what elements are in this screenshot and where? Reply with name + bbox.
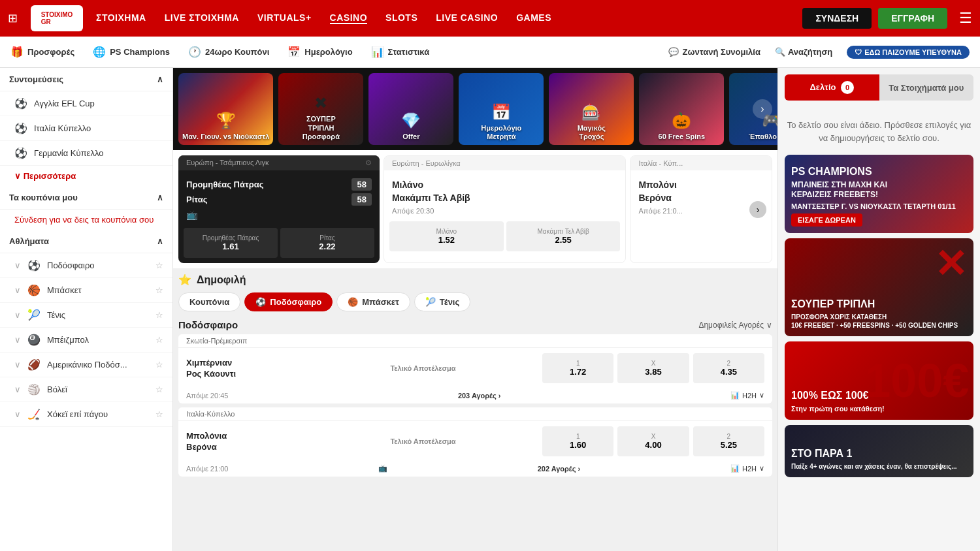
match-row-2-odd-1[interactable]: 1 1.60 [542,426,613,456]
right-banner-ps[interactable]: PS CHAMPIONS ΜΠΑΙΝΕΙΣ ΣΤΗ ΜΑΧΗ ΚΑΙΚΕΡΔΙΖ… [785,155,973,233]
match2-competition: Ευρώπη - Ευρωλίγκα [392,159,461,167]
match-row-1-h2h[interactable]: 📊 H2H ∨ [730,391,764,400]
nav-live-casino[interactable]: LIVE CASINO [436,12,498,24]
sidebar-shortcuts-header[interactable]: Συντομεύσεις ∧ [0,68,172,91]
sec-nav-stats[interactable]: 📊 Στατιστικά [371,46,430,58]
match3-body: Μπολόνι Βερόνα Απόψε 21:0... [630,170,772,223]
chevron-down-icon-volley: ∨ [14,385,21,394]
sidebar-sport-tennis[interactable]: ∨ 🎾 Τένις ☆ [0,303,172,328]
soccer-icon-2: ⚽ [14,122,27,134]
promo-card-calendar[interactable]: 📅 ΗμερολόγιοΜετρητά [459,73,544,145]
search-button[interactable]: 🔍 Αναζήτηση [775,47,832,57]
favorite-icon-5: ☆ [155,360,163,370]
hockey-sport-icon: 🏒 [27,408,41,420]
match1-competition: Ευρώπη - Τσάμπιονς Λιγκ [186,159,269,167]
sidebar-sport-american-football[interactable]: ∨ 🏈 Αμερικάνικο Ποδόσ... ☆ [0,353,172,377]
odd2-x-val: 4.00 [621,440,685,450]
main-layout: Συντομεύσεις ∧ ⚽ Αγγλία EFL Cup ⚽ Ιταλία… [0,68,980,551]
tennis-tab-icon: 🎾 [425,297,436,307]
tab-basketball[interactable]: 🏀 Μπάσκετ [336,292,410,311]
tab-tennis[interactable]: 🎾 Τένις [414,292,470,311]
secondary-navigation: 🎁 Προσφορές 🌐 PS Champions 🕐 24ωρο Κουπό… [0,37,980,68]
nav-games[interactable]: GAMES [516,12,551,24]
favorite-icon-6: ☆ [155,385,163,394]
match-row-2-odd-x[interactable]: Χ 4.00 [617,426,689,456]
nav-casino[interactable]: CASINO [330,12,367,24]
nav-slots[interactable]: SLOTS [385,12,417,24]
match-row-1-markets[interactable]: 203 Αγορές › [458,392,501,400]
search-icon: 🔍 [775,47,785,57]
promo-magikos-label: ΜαγικόςΤροχός [578,124,606,141]
match-row-2-team1: Μπολόνια [186,430,304,441]
responsible-gambling-badge[interactable]: 🛡 ΕΔΩ ΠΑΙΖΟΥΜΕ ΥΠΕΥΘΥΝΑ [847,46,970,59]
register-button[interactable]: ΕΓΓΡΑΦΗ [878,8,947,29]
odd2-2-label: 2 [697,433,760,440]
grid-icon[interactable]: ⊞ [8,11,18,25]
chevron-down-icon: ∨ [14,171,24,181]
chevron-down-icon-hockey: ∨ [14,409,21,419]
match-row-2-markets[interactable]: 202 Αγορές › [538,465,581,473]
match-row-1-odd-x[interactable]: Χ 3.85 [617,353,689,383]
sidebar-item-efl-cup[interactable]: ⚽ Αγγλία EFL Cup [0,91,172,116]
right-banner-tripli[interactable]: ✕ ΣΟΥΠΕΡ ΤΡΙΠΛΗ ΠΡΟΣΦΟΡΑ ΧΩΡΙΣ ΚΑΤΑΘΕΣΗ … [785,238,973,336]
sidebar-sport-volleyball[interactable]: ∨ 🏐 Βόλεϊ ☆ [0,377,172,402]
promo-card-tripli[interactable]: ✖ ΣΟΥΠΕΡΤΡΙΠΛΗΠροσφορά [278,73,363,145]
match2-odd2[interactable]: Μακάμπι Τελ Αβίβ 2.55 [506,221,621,251]
promo-card-wheel[interactable]: 🎰 ΜαγικόςΤροχός [549,73,634,145]
promo-card-freespins[interactable]: 🎃 60 Free Spins [639,73,724,145]
promo-card-offer[interactable]: 💎 Offer [368,73,453,145]
odd2-1-val: 1.60 [546,440,610,450]
nav-stoixima[interactable]: ΣΤΟΙΧΗΜΑ [96,12,146,24]
promo-next-button[interactable]: › [753,99,772,119]
sidebar-sport-baseball[interactable]: ∨ 🎱 Μπέιζμπολ ☆ [0,328,172,353]
sidebar-sport-soccer[interactable]: ∨ ⚽ Ποδόσφαιρο ☆ [0,253,172,278]
match-row-1-competition: Σκωτία-Πρέμιερσιπ [178,334,772,348]
right-banner-para1-text: ΣΤΟ ΠΑΡΑ 1 Παίξε 4+ αγώνες και αν χάσεις… [791,447,967,471]
sidebar-more-shortcuts[interactable]: ∨ Περισσότερα [0,166,172,186]
live-chat-button[interactable]: 💬 Ζωντανή Συνομιλία [668,47,760,57]
match1-odd1[interactable]: Προμηθέας Πάτρας 1.61 [184,228,278,258]
hamburger-icon[interactable]: ☰ [959,10,972,27]
sec-nav-24h-coupon[interactable]: 🕐 24ωρο Κουπόνι [188,46,269,58]
match1-odd2[interactable]: Ρίτας 2.22 [280,228,374,258]
popular-sport-label: Ποδόσφαιρο Δημοφιλείς Αγορές ∨ [178,319,772,330]
match-row-1-odd-1[interactable]: 1 1.72 [542,353,613,383]
match-row-2-h2h[interactable]: 📊 H2H ∨ [730,464,764,473]
sidebar-item-germany-cup[interactable]: ⚽ Γερμανία Κύπελλο [0,141,172,166]
amfoot-sport-icon: 🏈 [27,358,41,371]
baseball-sport-icon: 🎱 [27,334,41,346]
sidebar-sports-header[interactable]: Αθλήματα ∧ [0,230,172,253]
match1-team1-row: Προμηθέας Πάτρας 58 [186,178,372,191]
soccer-icon: ⚽ [14,97,27,110]
right-banner-100[interactable]: 100€ 100% ΕΩΣ 100€ Στην πρώτη σου κατάθε… [785,341,973,420]
sec-nav-offers[interactable]: 🎁 Προσφορές [10,46,74,58]
match1-body: Προμηθέας Πάτρας 58 Ρίτας 58 📺 [178,170,380,228]
sidebar-coupons-link[interactable]: Σύνδεση για να δεις τα κουπόνια σου [0,210,172,230]
betslip-tab-my-bets[interactable]: Τα Στοιχήματά μου [879,74,974,101]
sec-nav-ps-champions[interactable]: 🌐 PS Champions [93,46,170,58]
match-row-1-odd-2[interactable]: 2 4.35 [693,353,764,383]
chevron-down-icon-baseball: ∨ [14,335,21,345]
tab-soccer[interactable]: ⚽ Ποδόσφαιρο [244,292,333,311]
match-row-2-odd-2[interactable]: 2 5.25 [693,426,764,456]
promo-card-ps[interactable]: 🏆 Μαν. Γιουν. vs Νιούκαστλ [178,73,273,145]
betslip-tab-active[interactable]: Δελτίο 0 [785,74,879,101]
sec-nav-calendar[interactable]: 📅 Ημερολόγιο [287,46,352,58]
match-row-2-teams: Μπολόνια Βερόνα [186,430,304,452]
login-button[interactable]: ΣΥΝΔΕΣΗ [802,8,872,29]
sidebar-item-italy-cup[interactable]: ⚽ Ιταλία Κύπελλο [0,116,172,141]
match-row-2: Ιταλία-Κύπελλο Μπολόνια Βερόνα Τελικό Απ… [178,407,772,477]
sidebar-sport-hockey[interactable]: ∨ 🏒 Χόκεϊ επί πάγου ☆ [0,402,172,427]
nav-live-stoixima[interactable]: LIVE ΣΤΟΙΧΗΜΑ [165,12,239,24]
sidebar-sport-basketball[interactable]: ∨ 🏀 Μπάσκετ ☆ [0,278,172,303]
sidebar-coupons-header[interactable]: Τα κουπόνια μου ∧ [0,186,172,210]
logo[interactable]: STOIXIMOGR [31,5,83,31]
match3-next-button[interactable]: › [749,201,766,218]
live-matches-row: Ευρώπη - Τσάμπιονς Λιγκ ⚙ Προμηθέας Πάτρ… [173,150,777,268]
match2-odd1[interactable]: Μιλάνο 1.52 [389,221,504,251]
right-banner-ps-btn[interactable]: ΕΙΣΑΓΕ ΔΩΡΕΑΝ [791,213,862,227]
nav-virtuals[interactable]: VIRTUALS+ [257,12,312,24]
right-banner-para1[interactable]: ΣΤΟ ΠΑΡΑ 1 Παίξε 4+ αγώνες και αν χάσεις… [785,425,973,477]
tab-couponia[interactable]: Κουπόνια [178,292,240,311]
popular-markets-button[interactable]: Δημοφιλείς Αγορές ∨ [698,321,772,330]
